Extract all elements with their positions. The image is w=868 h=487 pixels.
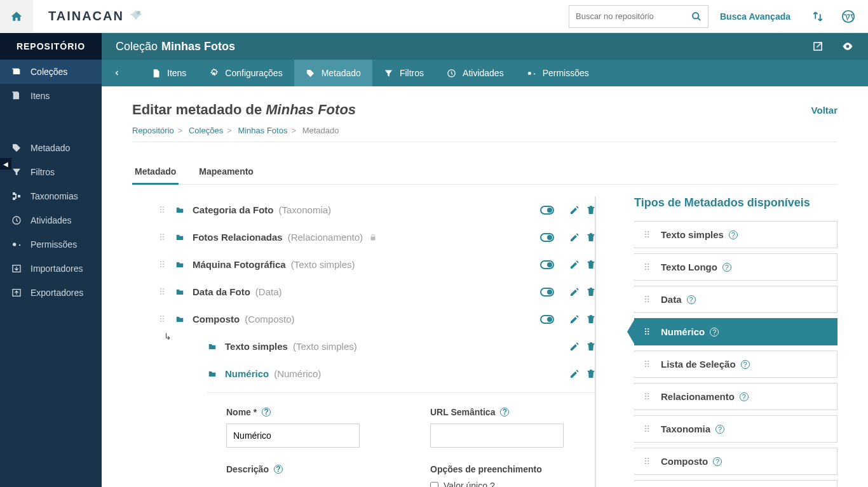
subnav-items[interactable]: Itens — [140, 60, 198, 86]
type-item[interactable]: ⠿Taxonomia? — [634, 415, 837, 443]
edit-icon[interactable] — [569, 260, 580, 270]
breadcrumb-collections[interactable]: Coleções — [189, 126, 223, 135]
drag-handle-icon[interactable]: ⠿ — [644, 262, 651, 272]
logo[interactable]: tainacan — [48, 9, 144, 24]
delete-icon[interactable] — [586, 205, 596, 215]
type-item[interactable]: ⠿Lista de Seleção? — [634, 350, 837, 378]
drag-handle-icon[interactable]: ⠿ — [159, 314, 166, 324]
folder-icon — [175, 288, 185, 297]
drag-handle-icon[interactable]: ⠿ — [644, 457, 651, 467]
sidebar-item-taxonomies[interactable]: Taxonomias — [0, 184, 102, 208]
delete-icon[interactable] — [586, 342, 596, 352]
sidebar-item-items[interactable]: Itens — [0, 84, 102, 108]
toggle-switch[interactable] — [540, 260, 554, 269]
type-item[interactable]: ⠿Numérico? — [634, 318, 837, 345]
delete-icon[interactable] — [586, 260, 596, 270]
tab-mapping[interactable]: Mapeamento — [196, 160, 256, 184]
subnav-metadata[interactable]: Metadado — [294, 60, 372, 86]
edit-icon[interactable] — [569, 232, 580, 243]
sidebar-item-metadata[interactable]: Metadado — [0, 136, 102, 160]
delete-icon[interactable] — [586, 287, 596, 297]
help-icon[interactable]: ? — [713, 457, 722, 466]
drag-handle-icon[interactable]: ⠿ — [159, 232, 166, 243]
sidebar-item-label: Exportadores — [31, 288, 83, 298]
edit-icon[interactable] — [569, 205, 580, 215]
wordpress-icon[interactable] — [841, 10, 855, 23]
sidebar-item-collections[interactable]: Coleções — [0, 60, 102, 84]
metadata-child-row[interactable]: Numérico (Numérico) — [207, 360, 596, 387]
subnav-settings[interactable]: Configurações — [198, 60, 294, 86]
metadata-name: Data da Foto — [193, 286, 250, 297]
breadcrumb-repo[interactable]: Repositório — [132, 126, 174, 135]
help-icon[interactable]: ? — [722, 263, 731, 272]
drag-handle-icon[interactable]: ⠿ — [159, 205, 166, 215]
help-icon[interactable]: ? — [740, 392, 749, 401]
sidebar-item-importers[interactable]: Importadores — [0, 257, 102, 281]
drag-handle-icon[interactable]: ⠿ — [644, 230, 651, 240]
help-icon[interactable]: ? — [729, 230, 738, 239]
sidebar-item-permissions[interactable]: Permissões — [0, 232, 102, 257]
subnav-activities[interactable]: Atividades — [435, 60, 515, 86]
help-icon[interactable]: ? — [274, 465, 283, 474]
external-link-icon[interactable] — [812, 41, 824, 52]
help-icon[interactable]: ? — [741, 360, 750, 369]
advanced-search-link[interactable]: Busca Avançada — [720, 11, 790, 22]
metadata-row[interactable]: ⠿ Data da Foto (Data) — [159, 278, 596, 305]
help-icon[interactable]: ? — [490, 481, 495, 487]
edit-icon[interactable] — [569, 287, 580, 297]
drag-handle-icon[interactable]: ⠿ — [159, 260, 166, 270]
type-item[interactable]: ⠿Texto Longo? — [634, 253, 837, 281]
eye-icon[interactable] — [841, 40, 854, 53]
toggle-switch[interactable] — [540, 315, 554, 324]
type-item[interactable]: ⠿Texto simples? — [634, 221, 837, 248]
tab-metadata[interactable]: Metadado — [132, 160, 179, 185]
edit-icon[interactable] — [569, 342, 580, 352]
drag-handle-icon[interactable]: ⠿ — [644, 359, 651, 370]
subnav-filters[interactable]: Filtros — [372, 60, 435, 86]
delete-icon[interactable] — [586, 314, 596, 324]
sidebar-item-filters[interactable]: Filtros — [0, 160, 102, 184]
search-input[interactable] — [576, 11, 691, 21]
name-input[interactable] — [226, 424, 360, 448]
metadata-row[interactable]: ⠿ Máquina Fotográfica (Texto simples) — [159, 251, 596, 278]
swap-icon[interactable] — [812, 11, 824, 22]
type-item[interactable]: ⠿Data? — [634, 286, 837, 313]
delete-icon[interactable] — [586, 369, 596, 379]
subnav-permissions[interactable]: Permissões — [515, 60, 600, 86]
delete-icon[interactable] — [586, 232, 596, 243]
metadata-row[interactable]: ⠿ Composto (Composto) — [159, 305, 596, 333]
metadata-row[interactable]: ⠿ Fotos Relacionadas (Relacionamento) — [159, 223, 596, 251]
sidebar-item-activities[interactable]: Atividades — [0, 208, 102, 232]
breadcrumb-collection[interactable]: Minhas Fotos — [238, 126, 287, 135]
url-input[interactable] — [430, 424, 564, 448]
type-item[interactable]: ⠿Usuário? — [634, 480, 837, 487]
unique-value-checkbox[interactable]: Valor único ? — [430, 481, 596, 487]
toggle-switch[interactable] — [540, 288, 554, 297]
drag-handle-icon[interactable]: ⠿ — [644, 424, 651, 434]
drag-handle-icon[interactable]: ⠿ — [644, 327, 651, 337]
sidebar-item-exporters[interactable]: Exportadores — [0, 281, 102, 305]
metadata-row[interactable]: ⠿ Categoria da Foto (Taxonomia) — [159, 196, 596, 223]
help-icon[interactable]: ? — [715, 425, 724, 434]
back-arrow[interactable] — [113, 67, 121, 79]
home-button[interactable] — [0, 0, 33, 33]
toggle-switch[interactable] — [540, 233, 554, 242]
type-item[interactable]: ⠿Relacionamento? — [634, 383, 837, 410]
tag-icon — [306, 69, 315, 78]
edit-icon[interactable] — [569, 369, 580, 379]
toggle-switch[interactable] — [540, 206, 554, 215]
help-icon[interactable]: ? — [710, 328, 719, 337]
help-icon[interactable]: ? — [500, 408, 509, 417]
edit-icon[interactable] — [569, 314, 580, 324]
search-icon[interactable] — [691, 11, 702, 22]
drag-handle-icon[interactable]: ⠿ — [159, 287, 166, 297]
type-item[interactable]: ⠿Composto? — [634, 448, 837, 475]
drag-handle-icon[interactable]: ⠿ — [644, 295, 651, 305]
help-icon[interactable]: ? — [687, 295, 696, 304]
metadata-child-row[interactable]: Texto simples (Texto simples) — [207, 333, 596, 360]
folder-icon — [175, 233, 185, 242]
drag-handle-icon[interactable]: ⠿ — [644, 392, 651, 402]
collapse-handle[interactable]: ◀ — [0, 158, 11, 170]
back-link[interactable]: Voltar — [811, 105, 837, 116]
help-icon[interactable]: ? — [262, 408, 271, 417]
